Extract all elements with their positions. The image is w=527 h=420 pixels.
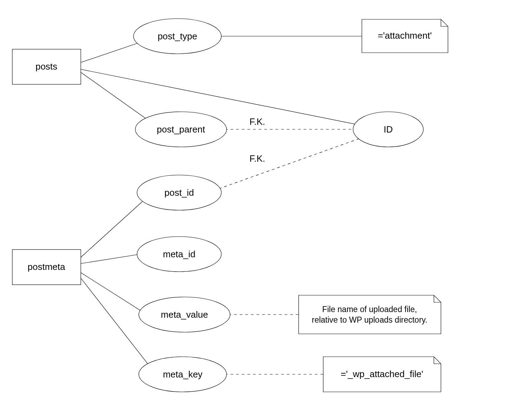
attr-post-type-label: post_type: [158, 31, 197, 41]
note-attachment-text: ='attachment': [378, 30, 432, 41]
attr-post-id-label: post_id: [164, 187, 194, 198]
attr-id-label: ID: [384, 124, 393, 135]
edge-postmeta-metavalue: [80, 272, 144, 313]
note-meta-value-line2: relative to WP uploads directory.: [312, 315, 428, 324]
entity-posts-label: posts: [35, 61, 57, 72]
edge-posts-id: [80, 69, 358, 125]
note-meta-value-line1: File name of uploaded file,: [322, 305, 417, 314]
note-meta-value: File name of uploaded file, relative to …: [299, 295, 441, 334]
edge-postid-id-fk: [219, 137, 364, 189]
edge-postmeta-metaid: [80, 254, 141, 264]
note-attachment: ='attachment': [362, 19, 448, 53]
edge-postmeta-metakey: [80, 278, 155, 373]
fk-label-1: F.K.: [249, 116, 265, 127]
er-diagram: F.K. F.K. posts postmeta post_type post_…: [0, 0, 527, 420]
attr-meta-key-label: meta_key: [163, 369, 203, 380]
entity-postmeta-label: postmeta: [28, 261, 65, 272]
note-meta-key-text: ='_wp_attached_file': [341, 369, 423, 379]
attr-meta-value-label: meta_value: [161, 309, 208, 320]
attr-meta-id-label: meta_id: [163, 249, 196, 259]
edge-posts-postparent: [80, 72, 155, 125]
fk-label-2: F.K.: [249, 153, 265, 164]
attr-post-parent-label: post_parent: [157, 124, 205, 135]
edge-posts-posttype: [80, 40, 146, 63]
edge-postmeta-postid: [80, 197, 148, 258]
note-meta-key: ='_wp_attached_file': [323, 357, 441, 392]
